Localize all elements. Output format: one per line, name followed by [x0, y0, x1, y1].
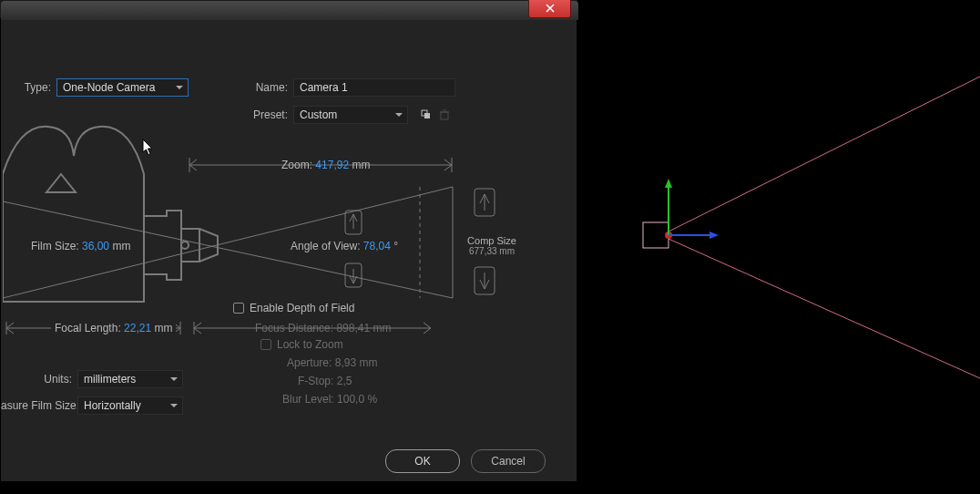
units-select-value: millimeters [84, 373, 136, 386]
focus-distance-value: 898,41 [336, 322, 370, 334]
camera-settings-dialog: Type: One-Node Camera Name: Camera 1 Pre… [0, 18, 577, 482]
camera-diagram [3, 119, 549, 315]
svg-marker-5 [665, 179, 672, 188]
focal-length-label: Focal Length: [55, 322, 121, 334]
blur-level-value: 100,0 [337, 393, 364, 406]
aperture-value: 8,93 [335, 356, 356, 369]
mouse-cursor [142, 139, 155, 160]
name-input-value: Camera 1 [300, 81, 348, 94]
measure-film-size-label: asure Film Size: [1, 399, 72, 412]
ok-button[interactable]: OK [385, 449, 460, 473]
film-size-unit: mm [112, 240, 130, 252]
zoom-value[interactable]: 417,92 [315, 159, 349, 171]
name-input[interactable]: Camera 1 [293, 78, 455, 97]
name-label: Name: [233, 81, 288, 94]
chevron-down-icon [176, 86, 183, 89]
blur-level-unit: % [367, 393, 377, 406]
ok-button-label: OK [414, 455, 430, 468]
save-preset-button[interactable] [417, 106, 435, 124]
svg-rect-11 [424, 113, 430, 118]
svg-rect-24 [475, 267, 495, 294]
film-size-label: Film Size: [31, 240, 79, 252]
focal-length-unit: mm [154, 322, 172, 334]
close-icon [546, 4, 555, 13]
angle-of-view-unit: ° [393, 240, 398, 252]
film-size-value[interactable]: 36,00 [82, 240, 109, 252]
focus-distance-unit: mm [373, 322, 391, 334]
units-select[interactable]: millimeters [77, 370, 183, 388]
chevron-down-icon [170, 377, 178, 381]
comp-size-value: 677,33 mm [464, 246, 519, 256]
svg-marker-7 [709, 232, 719, 239]
viewport-scene [577, 0, 980, 494]
type-select-value: One-Node Camera [63, 81, 155, 94]
composition-viewport[interactable] [577, 0, 980, 494]
svg-rect-12 [441, 112, 448, 119]
units-label: Units: [1, 373, 72, 386]
preset-select[interactable]: Custom [293, 106, 408, 124]
dialog-close-button[interactable] [528, 0, 571, 18]
svg-rect-23 [475, 189, 495, 216]
cancel-button-label: Cancel [491, 455, 525, 468]
type-select[interactable]: One-Node Camera [56, 78, 189, 97]
fstop-value: 2,5 [337, 375, 352, 387]
save-preset-icon [420, 108, 433, 121]
lock-to-zoom-checkbox [260, 339, 271, 350]
focus-distance-label: Focus Distance: [255, 322, 333, 334]
comp-size-label: Comp Size [464, 235, 519, 246]
measure-film-size-select[interactable]: Horizontally [77, 396, 183, 415]
zoom-unit: mm [352, 159, 370, 171]
blur-level-label: Blur Level: [282, 393, 334, 406]
svg-line-1 [669, 239, 980, 378]
fstop-label: F-Stop: [298, 375, 333, 387]
chevron-down-icon [395, 113, 403, 117]
enable-dof-label: Enable Depth of Field [250, 302, 354, 314]
preset-select-value: Custom [300, 108, 337, 121]
dialog-titlebar[interactable] [1, 1, 578, 20]
zoom-label: Zoom: [281, 159, 312, 171]
measure-film-size-value: Horizontally [84, 399, 141, 412]
angle-of-view-label: Angle of View: [291, 240, 361, 252]
svg-rect-25 [345, 211, 362, 234]
type-label: Type: [1, 81, 51, 94]
svg-rect-2 [643, 222, 669, 248]
svg-line-0 [669, 77, 980, 232]
chevron-down-icon [170, 404, 178, 407]
angle-of-view-value[interactable]: 78,04 [363, 240, 391, 252]
focal-length-value[interactable]: 22,21 [124, 322, 151, 334]
enable-dof-checkbox[interactable] [233, 303, 244, 314]
svg-point-15 [181, 242, 189, 249]
aperture-unit: mm [359, 356, 377, 369]
aperture-label: Aperture: [287, 356, 332, 369]
trash-icon [438, 108, 451, 121]
delete-preset-button [435, 106, 454, 124]
cancel-button[interactable]: Cancel [471, 449, 546, 473]
svg-rect-26 [345, 263, 362, 287]
preset-label: Preset: [233, 108, 288, 121]
lock-to-zoom-label: Lock to Zoom [277, 338, 343, 351]
